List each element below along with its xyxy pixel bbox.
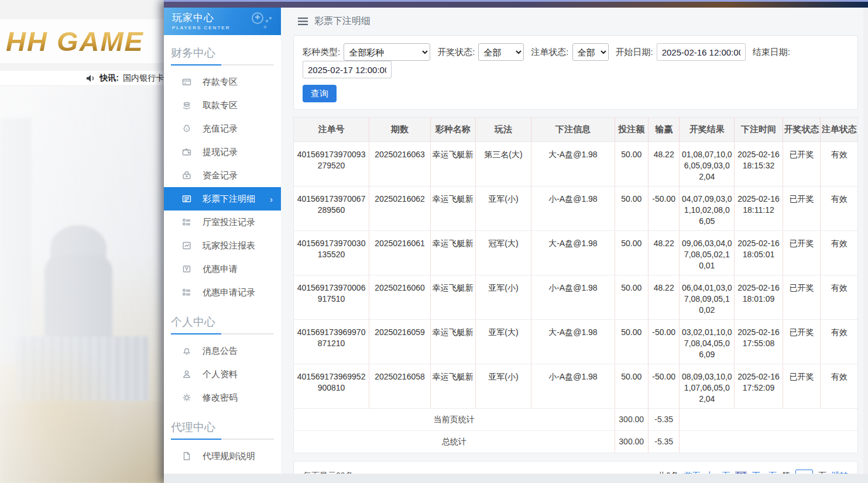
- table-cell: 亚军(小): [475, 364, 531, 409]
- table-cell: 48.22: [648, 142, 679, 187]
- panel-bottom-band: [164, 474, 868, 483]
- column-header: 注单号: [294, 118, 369, 142]
- sidebar-item[interactable]: 厅室投注记录: [164, 211, 281, 234]
- sidebar-item-label: 优惠申请记录: [203, 287, 255, 298]
- bet-status-select[interactable]: 全部: [572, 43, 609, 61]
- table-cell: 50.00: [615, 142, 648, 187]
- table-cell: 401569173970093279520: [294, 142, 369, 187]
- sidebar-item[interactable]: 消息公告: [164, 339, 281, 363]
- table-cell: 50.00: [615, 320, 648, 364]
- sidebar-item[interactable]: 玩家投注报表: [164, 234, 281, 257]
- sidebar-item[interactable]: 充值记录: [164, 117, 281, 140]
- sidebar-item[interactable]: 提现记录: [164, 140, 281, 164]
- table-row: 40156917397000691751020250216060幸运飞艇新亚军(…: [294, 275, 858, 320]
- section-underline: [171, 64, 274, 65]
- site-divider-band: [0, 63, 164, 71]
- table-cell: 48.22: [648, 275, 679, 320]
- site-logo-band: HH GAME: [0, 19, 164, 63]
- table-cell: 已开奖: [783, 275, 821, 320]
- sidebar-item-label: 修改密码: [203, 392, 238, 403]
- table-cell: 有效: [821, 142, 858, 187]
- table-cell: 已开奖: [783, 142, 821, 187]
- screen: HH GAME 快讯: 国内银行卡 玩家中心 PLAYER: [0, 0, 868, 483]
- moneybag-icon: [181, 124, 191, 134]
- table-cell: -50.00: [648, 364, 679, 409]
- purse-icon: [181, 171, 191, 181]
- jump-link[interactable]: 跳转: [832, 471, 848, 474]
- column-header: 投注额: [615, 118, 648, 142]
- column-header: 输赢: [648, 118, 679, 142]
- gamepad-icon: [249, 12, 275, 32]
- sidebar-item[interactable]: 代理规则说明: [164, 444, 281, 468]
- sidebar-item-label: 彩票下注明细: [203, 194, 255, 205]
- table-cell: 401569173970067289560: [294, 187, 369, 231]
- table-row: 40156917396995290081020250216058幸运飞艇新亚军(…: [294, 364, 858, 409]
- sidebar-item[interactable]: 资金记录: [164, 164, 281, 187]
- pagination-bar: 每页显示20条 共6条 首页 上一页 [1] 下一页 第 页 跳转: [293, 461, 858, 474]
- page-label-prefix: 第: [782, 471, 790, 474]
- background-site: HH GAME 快讯: 国内银行卡: [0, 0, 164, 483]
- table-cell: 幸运飞艇新: [430, 187, 475, 231]
- sidebar-item-label: 资金记录: [203, 170, 238, 181]
- city-photo: [0, 86, 164, 483]
- sidebar-item[interactable]: 个人资料: [164, 363, 281, 386]
- column-header: 注单状态: [821, 118, 858, 142]
- table-cell: 50.00: [615, 275, 648, 320]
- query-button[interactable]: 查询: [303, 85, 337, 102]
- table-cell: 小-A盘@1.98: [531, 364, 615, 409]
- page-label-suffix: 页: [818, 471, 826, 474]
- ticker-text: 国内银行卡: [123, 73, 164, 84]
- draw-status-label: 开奖状态:: [437, 47, 475, 58]
- table-cell: 2025-02-16 18:11:12: [735, 187, 783, 231]
- table-row: 40156917397009327952020250216063幸运飞艇新第三名…: [294, 142, 858, 187]
- table-cell: 大-A盘@1.98: [531, 142, 615, 187]
- menu-icon[interactable]: [298, 18, 308, 25]
- summary-row: 当前页统计300.00-5.35: [294, 409, 858, 431]
- start-date-input[interactable]: [657, 43, 746, 61]
- table-cell: 幸运飞艇新: [430, 275, 475, 320]
- person-icon: [181, 370, 191, 380]
- table-cell: 大-A盘@1.98: [531, 231, 615, 275]
- draw-status-select[interactable]: 全部: [478, 43, 524, 61]
- column-header: 下注时间: [735, 118, 783, 142]
- start-date-label: 开始日期:: [616, 47, 653, 58]
- end-date-input[interactable]: [303, 61, 392, 78]
- bet-table: 注单号期数彩种名称玩法下注信息投注额输赢开奖结果下注时间开奖状态注单状态4015…: [293, 117, 858, 453]
- table-cell: 50.00: [615, 231, 648, 275]
- sidebar-item[interactable]: 代理团队统计: [164, 468, 281, 474]
- sidebar-item-label: 取款专区: [203, 100, 238, 111]
- page-jump-input[interactable]: [795, 470, 813, 474]
- table-cell: 401569173969952900810: [294, 364, 369, 409]
- news-ticker: 快讯: 国内银行卡: [0, 71, 164, 86]
- table-cell: 2025-02-16 18:01:09: [735, 275, 783, 320]
- bet-status-label: 注单状态:: [531, 47, 568, 58]
- sidebar-item[interactable]: 优惠申请: [164, 257, 281, 281]
- bet-table-wrap: 注单号期数彩种名称玩法下注信息投注额输赢开奖结果下注时间开奖状态注单状态4015…: [293, 117, 858, 453]
- sidebar-item[interactable]: 取款专区: [164, 94, 281, 117]
- sidebar-section-title: 代理中心: [164, 409, 281, 439]
- sidebar-header: 玩家中心 PLAYERS CENTER: [164, 8, 281, 35]
- sidebar-item[interactable]: 修改密码: [164, 386, 281, 409]
- scrollbar-track[interactable]: [863, 8, 868, 474]
- next-page-link[interactable]: 下一页: [752, 471, 777, 474]
- sidebar-item[interactable]: 优惠申请记录: [164, 281, 281, 304]
- table-row: 40156917396997087121020250216059幸运飞艇新亚军(…: [294, 320, 858, 364]
- filter-bar: 彩种类型: 全部彩种 开奖状态: 全部 注单状态: 全部 开始日期: 结束日期:…: [293, 35, 858, 110]
- table-cell: 401569173970030135520: [294, 231, 369, 275]
- table-cell: 已开奖: [783, 364, 821, 409]
- table-cell: 50.00: [615, 187, 648, 231]
- table-cell: 20250216060: [369, 275, 431, 320]
- prev-page-link[interactable]: 上一页: [705, 471, 730, 474]
- table-cell: 亚军(小): [475, 187, 531, 231]
- table-cell: 有效: [821, 364, 858, 409]
- site-top-strip: [0, 0, 164, 19]
- sidebar-item[interactable]: 彩票下注明细›: [164, 187, 281, 211]
- sidebar-item[interactable]: 存款专区: [164, 70, 281, 94]
- table-cell: 亚军(大): [475, 320, 531, 364]
- table-cell: 20250216059: [369, 320, 431, 364]
- current-page[interactable]: [1]: [735, 471, 747, 474]
- first-page-link[interactable]: 首页: [684, 471, 700, 474]
- sidebar-item-label: 优惠申请: [203, 264, 238, 275]
- sidebar-section-title: 个人中心: [164, 304, 281, 333]
- lottery-type-select[interactable]: 全部彩种: [344, 43, 430, 61]
